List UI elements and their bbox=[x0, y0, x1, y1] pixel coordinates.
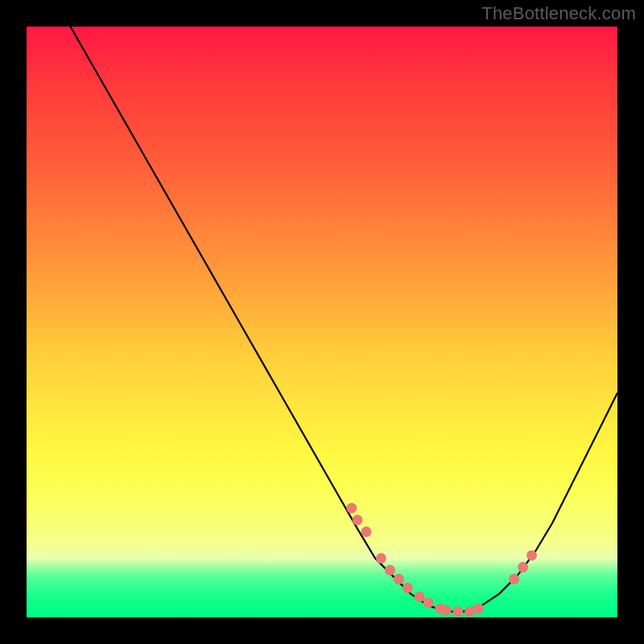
curve-dot bbox=[346, 503, 357, 514]
curve-line bbox=[27, 27, 617, 612]
curve-dot bbox=[361, 526, 372, 537]
bottleneck-curve bbox=[27, 27, 617, 617]
curve-dot bbox=[394, 574, 404, 584]
curve-dots bbox=[346, 503, 537, 617]
curve-dot bbox=[526, 550, 537, 560]
curve-dot bbox=[464, 606, 475, 617]
curve-dot bbox=[423, 597, 434, 608]
curve-dot bbox=[452, 606, 463, 617]
curve-dot bbox=[518, 562, 528, 572]
curve-dot bbox=[509, 574, 519, 584]
curve-dot bbox=[353, 514, 363, 525]
curve-dot bbox=[385, 565, 395, 576]
curve-dot bbox=[473, 603, 484, 613]
curve-dot bbox=[441, 605, 452, 616]
chart-container: TheBottleneck.com bbox=[0, 0, 644, 644]
curve-dot bbox=[376, 553, 386, 564]
attribution-label: TheBottleneck.com bbox=[481, 3, 636, 24]
curve-dot bbox=[402, 583, 413, 593]
curve-dot bbox=[415, 592, 425, 602]
